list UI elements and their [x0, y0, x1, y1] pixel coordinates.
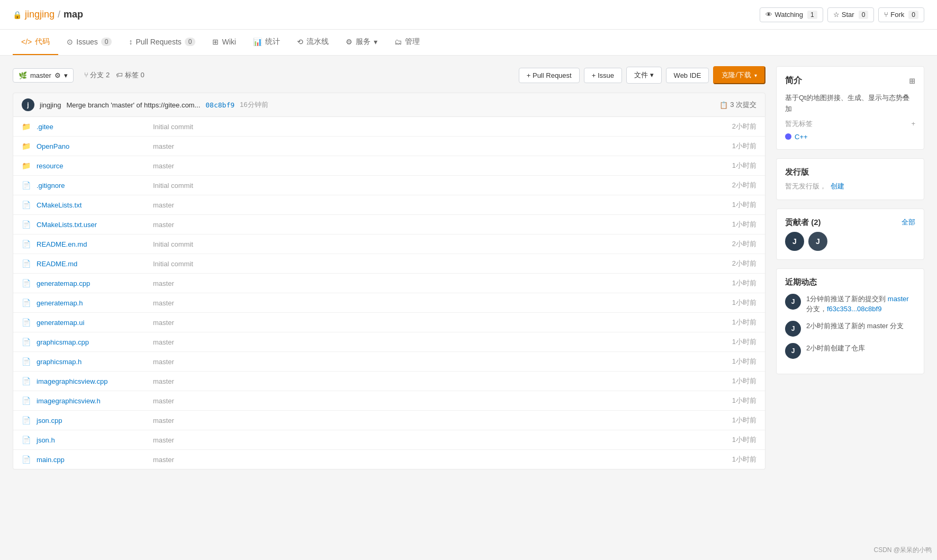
file-commit-msg: Initial commit [153, 182, 732, 189]
file-row: 📄imagegraphicsview.hmaster1小时前 [13, 391, 765, 411]
pull-request-button[interactable]: + Pull Request [519, 68, 580, 83]
lang-color-dot [785, 133, 791, 140]
repo-name[interactable]: map [64, 9, 83, 20]
file-name[interactable]: imagegraphicsview.h [37, 397, 153, 405]
contributors-all-link[interactable]: 全部 [902, 218, 915, 227]
file-name[interactable]: graphicsmap.cpp [37, 338, 153, 346]
add-tag-icon[interactable]: + [911, 120, 915, 128]
services-dropdown-arrow: ▾ [374, 38, 377, 46]
tab-wiki[interactable]: ⊞ Wiki [204, 30, 244, 55]
create-release-link[interactable]: 创建 [831, 182, 844, 191]
tab-pr-label: Pull Requests [136, 38, 181, 46]
intro-desc: 基于Qt的地图拼接、生成、显示与态势叠加 [785, 93, 915, 115]
file-row: 📄.gitignoreInitial commit2小时前 [13, 176, 765, 195]
file-commit-msg: master [153, 201, 732, 209]
fork-count: 0 [908, 11, 918, 19]
manage-icon: 🗂 [394, 38, 402, 46]
code-icon: </> [21, 38, 32, 46]
tab-manage[interactable]: 🗂 管理 [386, 30, 428, 55]
tab-services[interactable]: ⚙ 服务 ▾ [337, 30, 386, 55]
file-name[interactable]: README.en.md [37, 240, 153, 248]
activity-item-3: J 2小时前创建了仓库 [785, 343, 915, 359]
file-name[interactable]: imagegraphicsview.cpp [37, 377, 153, 385]
tab-code-label: 代码 [35, 37, 50, 47]
repo-section: 🌿 master ⚙ ▾ ⑂ 分支 2 🏷 标签 0 + Pull Reques… [13, 66, 765, 469]
fork-button[interactable]: ⑂ Fork 0 [878, 7, 924, 22]
file-name[interactable]: main.cpp [37, 456, 153, 464]
activity-text-3: 2小时前创建了仓库 [806, 343, 865, 354]
file-row: 📁.giteeInitial commit2小时前 [13, 117, 765, 137]
clone-button[interactable]: 克隆/下载 ▾ [713, 66, 765, 84]
activity-commit-link-1[interactable]: f63c353...08c8bf9 [827, 305, 881, 313]
contributors-title-text: 贡献者 (2) [785, 218, 821, 228]
services-icon: ⚙ [346, 38, 353, 46]
webide-button[interactable]: Web IDE [666, 68, 709, 83]
toolbar: 🌿 master ⚙ ▾ ⑂ 分支 2 🏷 标签 0 + Pull Reques… [13, 66, 765, 84]
commit-author[interactable]: jingjing [40, 101, 61, 109]
tab-code[interactable]: </> 代码 [13, 30, 58, 55]
commit-hash[interactable]: 08c8bf9 [205, 101, 235, 109]
file-button[interactable]: 文件 ▾ [626, 67, 662, 84]
file-name[interactable]: OpenPano [37, 142, 153, 150]
file-name[interactable]: json.h [37, 436, 153, 444]
file-name[interactable]: README.md [37, 260, 153, 268]
file-name[interactable]: json.cpp [37, 417, 153, 424]
file-name[interactable]: resource [37, 162, 153, 170]
repo-owner[interactable]: jingjing [25, 9, 55, 20]
file-row: 📁resourcemaster1小时前 [13, 156, 765, 176]
no-release-text: 暂无发行版， [785, 182, 826, 191]
lang-label[interactable]: C++ [795, 133, 808, 141]
tab-pipeline[interactable]: ⟲ 流水线 [289, 30, 337, 55]
file-commit-msg: master [153, 221, 732, 229]
commit-message[interactable]: Merge branch 'master' of https://gitee.c… [66, 101, 200, 109]
file-name[interactable]: CMakeLists.txt.user [37, 221, 153, 229]
activity-text-2: 2小时前推送了新的 master 分支 [806, 321, 904, 331]
file-name[interactable]: graphicsmap.h [37, 358, 153, 366]
file-time: 1小时前 [732, 357, 756, 366]
file-name[interactable]: generatemap.cpp [37, 279, 153, 287]
watching-button[interactable]: 👁 Watching 1 [760, 7, 823, 22]
activity-title: 近期动态 [785, 277, 915, 287]
star-icon: ☆ [833, 11, 840, 19]
star-button[interactable]: ☆ Star 0 [827, 7, 875, 22]
file-icon: 📄 [22, 299, 32, 307]
activity-branch-link-1[interactable]: master [888, 295, 909, 303]
file-name[interactable]: CMakeLists.txt [37, 201, 153, 209]
file-commit-msg: master [153, 142, 732, 150]
file-row: 📄README.en.mdInitial commit2小时前 [13, 234, 765, 254]
file-row: 📄generatemap.cppmaster1小时前 [13, 274, 765, 293]
file-name[interactable]: .gitignore [37, 182, 153, 189]
file-dropdown-arrow: ▾ [650, 71, 654, 79]
contributor-avatar-2[interactable]: J [808, 232, 827, 251]
contributor-avatar-1[interactable]: J [785, 232, 804, 251]
file-icon: 📄 [22, 338, 32, 346]
fork-icon: ⑂ [884, 11, 888, 19]
issue-button[interactable]: + Issue [584, 68, 622, 83]
tag-row: 暂无标签 + [785, 119, 915, 129]
tab-stats[interactable]: 📊 统计 [245, 30, 289, 55]
tab-services-label: 服务 [356, 37, 371, 47]
file-time: 1小时前 [732, 376, 756, 386]
contributors-title: 贡献者 (2) 全部 [785, 218, 915, 228]
file-time: 1小时前 [732, 298, 756, 308]
file-commit-msg: master [153, 162, 732, 170]
nav-tabs: </> 代码 ⊙ Issues 0 ↕ Pull Requests 0 ⊞ Wi… [0, 30, 937, 56]
branch-select[interactable]: 🌿 master ⚙ ▾ [13, 68, 74, 83]
file-name[interactable]: generatemap.ui [37, 319, 153, 327]
edit-icon[interactable]: ⊞ [909, 77, 915, 85]
file-time: 1小时前 [732, 337, 756, 347]
file-commit-msg: Initial commit [153, 240, 732, 248]
branch-settings-icon: ⚙ [55, 71, 61, 79]
file-row: 📄main.cppmaster1小时前 [13, 450, 765, 469]
tab-issues[interactable]: ⊙ Issues 0 [58, 30, 120, 55]
file-time: 1小时前 [732, 396, 756, 405]
file-name[interactable]: .gitee [37, 123, 153, 131]
tab-pull-requests[interactable]: ↕ Pull Requests 0 [120, 30, 204, 55]
branch-icon: 🌿 [19, 71, 27, 79]
tab-manage-label: 管理 [405, 37, 420, 47]
file-icon: 📄 [22, 279, 32, 287]
clone-dropdown-arrow: ▾ [754, 73, 757, 78]
file-list: 📁.giteeInitial commit2小时前📁OpenPanomaster… [13, 117, 765, 469]
commit-count-label[interactable]: 3 次提交 [730, 100, 756, 110]
file-name[interactable]: generatemap.h [37, 299, 153, 307]
